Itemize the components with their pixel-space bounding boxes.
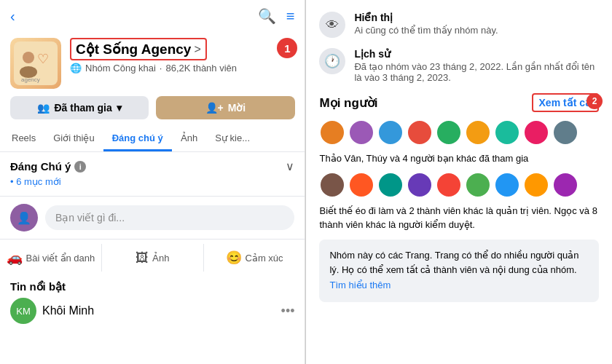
visibility-desc: Ai cũng có thể tìm thấy nhóm này. <box>354 25 498 36</box>
notice-chevron-icon[interactable]: ∨ <box>286 159 294 173</box>
photo-option[interactable]: 🖼 Ảnh <box>102 244 204 272</box>
group-info-text: Nhóm này có các Trang. Trang có thể do n… <box>329 250 578 276</box>
joined-label: Đã tham gia <box>54 102 111 114</box>
member-avatars-row2 <box>319 172 599 198</box>
news-section: Tin nổi bật KM Khôi Minh ••• <box>0 276 305 328</box>
photo-label: Ảnh <box>152 253 169 264</box>
back-icon[interactable]: ‹ <box>10 8 15 25</box>
tab-su-kien[interactable]: Sự kie... <box>206 127 259 151</box>
invite-icon: 👤+ <box>205 102 224 114</box>
caret-icon: ▾ <box>117 102 122 114</box>
member-avatar <box>407 119 433 146</box>
news-avatar: KM <box>10 298 36 324</box>
members-section: Mọi người Xem tất cả 2 Thảo Vân, Thúy và… <box>319 93 599 302</box>
separator: · <box>160 63 162 74</box>
member-avatar <box>377 119 404 146</box>
member-avatars-row1 <box>319 119 599 146</box>
feeling-label: Cảm xúc <box>246 253 283 264</box>
group-avatar: ♡ agency <box>10 38 61 89</box>
news-item: KM Khôi Minh ••• <box>10 293 294 328</box>
photo-icon: 🖼 <box>136 250 149 266</box>
invite-button[interactable]: 👤+ Mời <box>156 96 294 119</box>
tab-anh[interactable]: Ảnh <box>172 127 206 151</box>
member-desc-row1: Thảo Vân, Thúy và 4 người bạn khác đã th… <box>319 151 599 166</box>
profile-info: Cột Sống Agency > 🌐 Nhóm Công khai · 86,… <box>70 38 294 74</box>
history-icon: 🕐 <box>319 48 345 74</box>
anonymous-post-option[interactable]: 🚗 Bài viết ẩn danh <box>0 244 102 272</box>
invite-label: Mời <box>228 102 246 114</box>
member-count: 86,2K thành viên <box>165 63 237 74</box>
members-header: Mọi người Xem tất cả 2 <box>319 93 599 112</box>
nav-tabs: Reels Giới thiệu Đáng chú ý Ảnh Sự kie..… <box>0 127 305 152</box>
anonymous-icon: 🚗 <box>7 250 23 266</box>
member-avatar <box>465 172 491 198</box>
member-avatar <box>523 172 549 198</box>
joined-button[interactable]: 👥 Đã tham gia ▾ <box>10 96 149 119</box>
history-row: 🕐 Lịch sử Đã tạo nhóm vào 23 tháng 2, 20… <box>319 48 599 83</box>
tab-gioi-thieu[interactable]: Giới thiệu <box>44 127 103 151</box>
search-icon[interactable]: 🔍 <box>258 7 276 25</box>
top-bar-left: ‹ <box>10 8 15 25</box>
anonymous-label: Bài viết ẩn danh <box>26 253 95 264</box>
news-title: Tin nổi bật <box>10 280 294 293</box>
joined-icon: 👥 <box>37 102 50 114</box>
see-all-container: Xem tất cả 2 <box>532 93 599 112</box>
notice-section: Đáng Chú ý i ∨ • 6 mục mới <box>0 152 305 191</box>
feeling-icon: 😊 <box>226 250 242 266</box>
news-item-name: Khôi Minh <box>42 304 94 317</box>
post-input[interactable]: Bạn viết gì đi... <box>45 205 294 230</box>
learn-more-link[interactable]: Tìm hiểu thêm <box>329 280 391 290</box>
user-avatar: 👤 <box>10 204 38 232</box>
member-avatar <box>465 119 491 146</box>
svg-point-1 <box>23 52 34 63</box>
visibility-row: 👁 Hiển thị Ai cũng có thể tìm thấy nhóm … <box>319 12 599 38</box>
notice-header: Đáng Chú ý i ∨ <box>10 159 294 173</box>
member-desc-row2: Biết thế éo đi làm và 2 thành viên khác … <box>319 204 599 232</box>
member-avatar <box>377 172 404 198</box>
group-name-box: Cột Sống Agency > <box>70 38 207 60</box>
member-avatar <box>523 119 549 146</box>
member-avatar <box>494 172 520 198</box>
history-title: Lịch sử <box>354 48 599 60</box>
history-desc: Đã tạo nhóm vào 23 tháng 2, 2022. Lần gầ… <box>354 61 599 83</box>
visibility-text: Hiển thị Ai cũng có thể tìm thấy nhóm nà… <box>354 12 498 36</box>
post-options: 🚗 Bài viết ẩn danh 🖼 Ảnh 😊 Cảm xúc <box>0 240 305 276</box>
member-avatar <box>552 119 578 146</box>
member-avatar <box>494 119 520 146</box>
top-bar-right: 🔍 ≡ <box>258 7 295 25</box>
visibility-icon: 👁 <box>319 12 345 38</box>
member-avatar <box>552 172 578 198</box>
group-meta: 🌐 Nhóm Công khai · 86,2K thành viên <box>70 63 294 74</box>
tab-reels[interactable]: Reels <box>3 127 44 151</box>
group-info-box: Nhóm này có các Trang. Trang có thể do n… <box>319 240 599 302</box>
feeling-option[interactable]: 😊 Cảm xúc <box>204 244 305 272</box>
tab-dang-chu-y[interactable]: Đáng chú ý <box>103 127 172 151</box>
member-avatar <box>348 119 374 146</box>
svg-text:agency: agency <box>21 76 40 83</box>
svg-text:♡: ♡ <box>37 52 49 66</box>
member-avatar <box>436 119 462 146</box>
badge-2: 2 <box>586 93 603 109</box>
members-title: Mọi người <box>319 95 377 111</box>
member-avatar <box>348 172 374 198</box>
notice-new-items: • 6 mục mới <box>10 176 294 187</box>
more-options-icon[interactable]: ••• <box>281 304 295 319</box>
left-panel: ‹ 🔍 ≡ ♡ agency Cột Sống Agency > <box>0 0 305 364</box>
group-type: Nhóm Công khai <box>85 63 156 74</box>
see-all-link[interactable]: Xem tất cả <box>539 97 592 108</box>
member-avatar <box>407 172 433 198</box>
top-bar: ‹ 🔍 ≡ <box>0 0 305 32</box>
chevron-right-icon[interactable]: > <box>194 43 200 56</box>
globe-icon: 🌐 <box>70 63 82 74</box>
group-name: Cột Sống Agency <box>76 41 191 58</box>
member-avatar <box>436 172 462 198</box>
notice-title: Đáng Chú ý i <box>10 160 86 173</box>
history-text: Lịch sử Đã tạo nhóm vào 23 tháng 2, 2022… <box>354 48 599 83</box>
menu-icon[interactable]: ≡ <box>286 8 295 25</box>
profile-section: ♡ agency Cột Sống Agency > 🌐 Nhóm Công k… <box>0 32 305 96</box>
visibility-title: Hiển thị <box>354 12 498 23</box>
member-avatar <box>319 172 345 198</box>
right-panel: 👁 Hiển thị Ai cũng có thể tìm thấy nhóm … <box>306 0 612 364</box>
info-icon[interactable]: i <box>74 161 86 173</box>
group-name-row: Cột Sống Agency > <box>70 38 294 60</box>
